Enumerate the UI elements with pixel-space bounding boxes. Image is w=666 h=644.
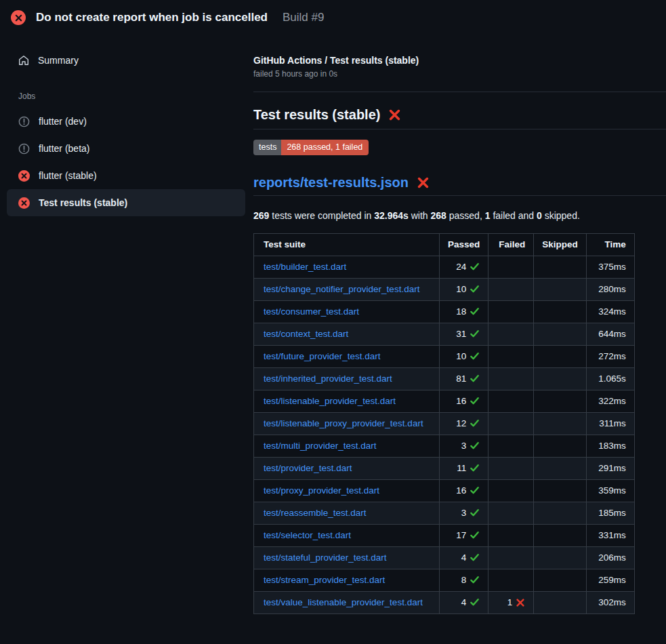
table-row: test/inherited_provider_test.dart811.065… xyxy=(254,367,635,390)
passed-cell: 8 xyxy=(440,569,488,591)
sidebar-item-label: flutter (beta) xyxy=(39,143,89,154)
table-row: test/listenable_proxy_provider_test.dart… xyxy=(254,412,635,435)
table-row: test/provider_test.dart11291ms xyxy=(254,457,635,479)
test-suite-link[interactable]: test/change_notifier_provider_test.dart xyxy=(264,284,419,294)
passed-cell: 17 xyxy=(440,524,488,546)
table-row: test/stream_provider_test.dart8259ms xyxy=(254,569,635,591)
check-icon xyxy=(470,463,480,473)
test-suite-link[interactable]: test/stream_provider_test.dart xyxy=(264,575,385,585)
table-row: test/context_test.dart31644ms xyxy=(254,323,635,345)
test-suite-link[interactable]: test/listenable_provider_test.dart xyxy=(264,396,396,406)
test-suite-link[interactable]: test/stateful_provider_test.dart xyxy=(264,552,387,563)
time-cell: 185ms xyxy=(586,502,634,524)
table-row: test/value_listenable_provider_test.dart… xyxy=(254,591,635,613)
check-icon xyxy=(470,396,480,406)
divider xyxy=(253,195,666,196)
test-suite-link[interactable]: test/proxy_provider_test.dart xyxy=(264,485,379,496)
table-row: test/stateful_provider_test.dart4206ms xyxy=(254,546,635,569)
passed-cell: 24 xyxy=(440,256,488,278)
passed-cell: 4 xyxy=(440,591,488,613)
test-suite-link[interactable]: test/provider_test.dart xyxy=(264,463,352,473)
test-suite-link[interactable]: test/context_test.dart xyxy=(264,329,348,339)
check-icon xyxy=(470,575,480,585)
section-heading-text: Test results (stable) xyxy=(253,107,380,123)
table-header-row: Test suite Passed Failed Skipped Time xyxy=(254,233,635,256)
sidebar: Summary Jobs flutter (dev)flutter (beta)… xyxy=(0,35,253,216)
passed-cell-count: 10 xyxy=(456,284,466,294)
passed-cell-count: 12 xyxy=(456,418,466,428)
time-cell: 375ms xyxy=(586,256,634,278)
skipped-cell xyxy=(534,569,587,591)
jobs-list: flutter (dev)flutter (beta)flutter (stab… xyxy=(0,108,253,216)
time-cell: 291ms xyxy=(586,457,634,479)
check-icon xyxy=(470,530,480,540)
table-row: test/multi_provider_test.dart3183ms xyxy=(254,435,635,457)
divider xyxy=(253,92,666,92)
passed-cell-count: 10 xyxy=(456,351,466,361)
sidebar-item-label: flutter (dev) xyxy=(39,116,87,127)
sidebar-item-summary[interactable]: Summary xyxy=(7,47,245,74)
test-suite-link[interactable]: test/reassemble_test.dart xyxy=(264,508,367,518)
table-row: test/consumer_test.dart18324ms xyxy=(254,300,635,323)
passed-cell-count: 31 xyxy=(456,329,466,339)
passed-cell: 12 xyxy=(440,412,488,435)
time-cell: 359ms xyxy=(586,479,634,502)
time-cell: 331ms xyxy=(586,524,634,546)
passed-cell: 4 xyxy=(440,546,488,569)
sidebar-item-job[interactable]: flutter (stable) xyxy=(7,162,245,189)
skipped-cell xyxy=(534,345,587,367)
skipped-cell xyxy=(534,278,587,300)
passed-cell: 10 xyxy=(440,345,488,367)
passed-cell-count: 18 xyxy=(456,306,466,317)
test-suite-link[interactable]: test/multi_provider_test.dart xyxy=(264,441,377,451)
sidebar-item-job[interactable]: Test results (stable) xyxy=(7,189,245,216)
failed-status-icon xyxy=(11,10,26,25)
badge-label: tests xyxy=(253,140,281,155)
column-header-time: Time xyxy=(586,233,634,256)
passed-cell-count: 16 xyxy=(456,485,466,496)
summary-duration: 32.964s xyxy=(374,210,409,221)
passed-cell-count: 17 xyxy=(456,530,466,540)
column-header-passed: Passed xyxy=(440,233,488,256)
test-suite-link[interactable]: test/future_provider_test.dart xyxy=(264,351,381,361)
time-cell: 272ms xyxy=(586,345,634,367)
failed-cell-count: 1 xyxy=(507,597,513,607)
test-suite-cell: test/inherited_provider_test.dart xyxy=(254,367,440,390)
failed-status-icon xyxy=(18,197,30,209)
test-suite-link[interactable]: test/builder_test.dart xyxy=(264,262,346,272)
skipped-cell xyxy=(534,412,587,435)
test-suite-link[interactable]: test/inherited_provider_test.dart xyxy=(264,374,392,384)
test-suite-link[interactable]: test/selector_test.dart xyxy=(264,530,351,540)
check-icon xyxy=(470,418,480,428)
table-row: test/reassemble_test.dart3185ms xyxy=(254,502,635,524)
test-suite-link[interactable]: test/value_listenable_provider_test.dart xyxy=(264,597,423,607)
sidebar-item-job[interactable]: flutter (dev) xyxy=(7,108,245,135)
passed-cell-count: 11 xyxy=(457,463,466,473)
skipped-cell xyxy=(534,323,587,345)
failed-cell xyxy=(488,412,534,435)
test-suite-cell: test/stateful_provider_test.dart xyxy=(254,546,440,569)
column-header-skipped: Skipped xyxy=(534,233,587,256)
failed-cell xyxy=(488,569,534,591)
sidebar-item-label: Test results (stable) xyxy=(39,197,127,208)
skipped-cell xyxy=(534,546,587,569)
passed-cell: 16 xyxy=(440,390,488,412)
test-suite-link[interactable]: test/listenable_proxy_provider_test.dart xyxy=(264,418,423,428)
skipped-cell xyxy=(534,300,587,323)
table-row: test/listenable_provider_test.dart16322m… xyxy=(254,390,635,412)
report-heading-link[interactable]: reports/test-results.json xyxy=(253,175,409,190)
report-heading: reports/test-results.json xyxy=(253,175,666,190)
check-icon xyxy=(470,262,480,272)
sidebar-item-job[interactable]: flutter (beta) xyxy=(7,135,245,162)
table-row: test/builder_test.dart24375ms xyxy=(254,256,635,278)
test-suite-cell: test/value_listenable_provider_test.dart xyxy=(254,591,440,613)
failed-cell xyxy=(488,390,534,412)
passed-cell-count: 8 xyxy=(461,575,467,585)
time-cell: 206ms xyxy=(586,546,634,569)
tests-badge: tests 268 passed, 1 failed xyxy=(253,140,369,155)
tests-summary-line: 269 tests were completed in 32.964s with… xyxy=(253,210,666,221)
passed-cell: 3 xyxy=(440,435,488,457)
skipped-cell xyxy=(534,591,587,613)
test-suite-link[interactable]: test/consumer_test.dart xyxy=(264,306,359,317)
table-row: test/change_notifier_provider_test.dart1… xyxy=(254,278,635,300)
